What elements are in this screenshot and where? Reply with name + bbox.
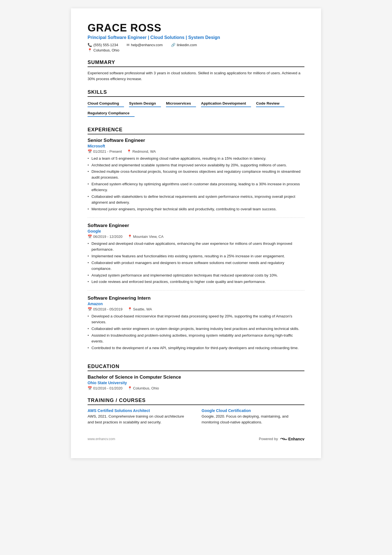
calendar-icon: 📅 <box>88 235 92 239</box>
job-amazon: Software Engineering Intern Amazon 📅 05/… <box>88 295 304 356</box>
edu-location: 📍 Columbus, Ohio <box>128 386 159 390</box>
calendar-icon: 📅 <box>88 307 92 311</box>
training-title: TRAINING / COURSES <box>88 398 304 405</box>
linkedin-contact: 🔗 linkedin.com <box>171 43 197 47</box>
training-item-google: Google Cloud Certification Google, 2020.… <box>202 408 304 425</box>
bullet-item: Assisted in troubleshooting and problem-… <box>88 333 304 344</box>
job-title-microsoft: Senior Software Engineer <box>88 138 304 143</box>
bullet-item: Designed and developed cloud-native appl… <box>88 241 304 253</box>
email-icon: ✉ <box>126 43 130 47</box>
bullet-item: Directed multiple cross-functional proje… <box>88 169 304 181</box>
calendar-icon: 📅 <box>88 149 92 154</box>
job-location-amazon: 📍 Seattle, WA <box>128 307 152 311</box>
candidate-name: GRACE ROSS <box>88 22 304 34</box>
job-bullets-google: Designed and developed cloud-native appl… <box>88 241 304 285</box>
job-dates-microsoft: 📅 01/2021 - Present <box>88 149 122 154</box>
email-contact: ✉ help@enhancv.com <box>126 43 163 47</box>
job-company-microsoft: Microsoft <box>88 144 304 148</box>
training-desc-google: Google, 2020. Focus on deploying, mainta… <box>202 414 304 425</box>
bullet-item: Collaborated with stakeholders to define… <box>88 194 304 206</box>
training-section: TRAINING / COURSES AWS Certified Solutio… <box>88 398 304 425</box>
job-company-google: Google <box>88 229 304 233</box>
job-company-amazon: Amazon <box>88 302 304 306</box>
education-section: EDUCATION Bachelor of Science in Compute… <box>88 364 304 390</box>
location-contact: 📍 Columbus, Ohio <box>88 48 119 52</box>
skill-application-development: Application Development <box>201 100 251 107</box>
job-meta-microsoft: 📅 01/2021 - Present 📍 Redmond, WA <box>88 149 304 154</box>
resume-page: GRACE ROSS Principal Software Engineer |… <box>71 8 321 458</box>
skills-list: Cloud Computing System Design Microservi… <box>88 100 304 120</box>
training-grid: AWS Certified Solutions Architect AWS, 2… <box>88 408 304 425</box>
summary-title: SUMMARY <box>88 60 304 67</box>
powered-by-label: Powered by <box>259 437 278 441</box>
edu-degree: Bachelor of Science in Computer Science <box>88 374 304 380</box>
experience-title: EXPERIENCE <box>88 127 304 134</box>
bullet-item: Collaborated with senior engineers on sy… <box>88 326 304 332</box>
enhancv-logo: Enhancv <box>280 436 304 441</box>
footer-website: www.enhancv.com <box>88 437 115 441</box>
bullet-item: Enhanced system efficiency by optimizing… <box>88 181 304 193</box>
skill-microservices: Microservices <box>166 100 196 107</box>
bullet-item: Led a team of 5 engineers in developing … <box>88 156 304 162</box>
location-pin-icon: 📍 <box>128 386 132 390</box>
edu-meta: 📅 01/2016 - 01/2020 📍 Columbus, Ohio <box>88 386 304 390</box>
skill-regulatory-compliance: Regulatory Compliance <box>88 110 135 117</box>
calendar-icon: 📅 <box>88 386 92 390</box>
bullet-item: Collaborated with product managers and d… <box>88 260 304 272</box>
training-item-aws: AWS Certified Solutions Architect AWS, 2… <box>88 408 190 425</box>
footer-brand: Powered by Enhancv <box>259 436 304 441</box>
skills-section: SKILLS Cloud Computing System Design Mic… <box>88 89 304 120</box>
location-pin-icon: 📍 <box>127 149 131 154</box>
job-location-google: 📍 Mountain View, CA <box>128 235 164 239</box>
phone-contact: 📞 (555) 555-1234 <box>88 43 118 47</box>
education-title: EDUCATION <box>88 364 304 371</box>
training-desc-aws: AWS, 2021. Comprehensive training on clo… <box>88 414 190 425</box>
skill-code-review: Code Review <box>256 100 284 107</box>
location-icon: 📍 <box>88 48 92 52</box>
page-footer: www.enhancv.com Powered by Enhancv <box>88 436 304 441</box>
bullet-item: Led code reviews and enforced best pract… <box>88 279 304 285</box>
job-location-microsoft: 📍 Redmond, WA <box>127 149 156 154</box>
enhancv-brand-name: Enhancv <box>288 437 304 441</box>
job-meta-amazon: 📅 05/2018 - 05/2019 📍 Seattle, WA <box>88 307 304 311</box>
edu-dates: 📅 01/2016 - 01/2020 <box>88 386 123 390</box>
bullet-item: Architected and implemented scalable sys… <box>88 162 304 168</box>
phone-value: (555) 555-1234 <box>93 43 118 47</box>
training-title-aws: AWS Certified Solutions Architect <box>88 408 190 413</box>
bullet-item: Developed a cloud-based microservice tha… <box>88 314 304 325</box>
location-pin-icon: 📍 <box>128 235 132 239</box>
linkedin-value: linkedin.com <box>177 43 197 47</box>
summary-section: SUMMARY Experienced software professiona… <box>88 60 304 82</box>
job-bullets-microsoft: Led a team of 5 engineers in developing … <box>88 156 304 212</box>
job-google: Software Engineer Google 📅 06/2019 - 12/… <box>88 223 304 290</box>
job-dates-amazon: 📅 05/2018 - 05/2019 <box>88 307 123 311</box>
skill-system-design: System Design <box>129 100 161 107</box>
candidate-title: Principal Software Engineer | Cloud Solu… <box>88 35 304 40</box>
job-bullets-amazon: Developed a cloud-based microservice tha… <box>88 314 304 351</box>
email-value: help@enhancv.com <box>131 43 163 47</box>
bullet-item: Contributed to the development of a new … <box>88 345 304 351</box>
bullet-item: Mentored junior engineers, improving the… <box>88 206 304 212</box>
header: GRACE ROSS Principal Software Engineer |… <box>88 22 304 52</box>
summary-text: Experienced software professional with 3… <box>88 70 304 82</box>
bullet-item: Implemented new features and functionali… <box>88 253 304 259</box>
phone-icon: 📞 <box>88 43 92 47</box>
location-row: 📍 Columbus, Ohio <box>88 48 304 52</box>
edu-school: Ohio State University <box>88 381 304 385</box>
skills-title: SKILLS <box>88 89 304 97</box>
location-pin-icon: 📍 <box>128 307 132 311</box>
job-title-google: Software Engineer <box>88 223 304 228</box>
job-microsoft: Senior Software Engineer Microsoft 📅 01/… <box>88 138 304 218</box>
job-dates-google: 📅 06/2019 - 12/2020 <box>88 235 123 239</box>
link-icon: 🔗 <box>171 43 175 47</box>
bullet-item: Analyzed system performance and implemen… <box>88 273 304 278</box>
skill-cloud-computing: Cloud Computing <box>88 100 124 107</box>
enhancv-logo-icon <box>280 436 287 441</box>
contact-row: 📞 (555) 555-1234 ✉ help@enhancv.com 🔗 li… <box>88 43 304 47</box>
job-title-amazon: Software Engineering Intern <box>88 295 304 301</box>
location-value: Columbus, Ohio <box>93 48 119 52</box>
training-title-google-cert: Google Cloud Certification <box>202 408 304 413</box>
experience-section: EXPERIENCE Senior Software Engineer Micr… <box>88 127 304 356</box>
job-meta-google: 📅 06/2019 - 12/2020 📍 Mountain View, CA <box>88 235 304 239</box>
